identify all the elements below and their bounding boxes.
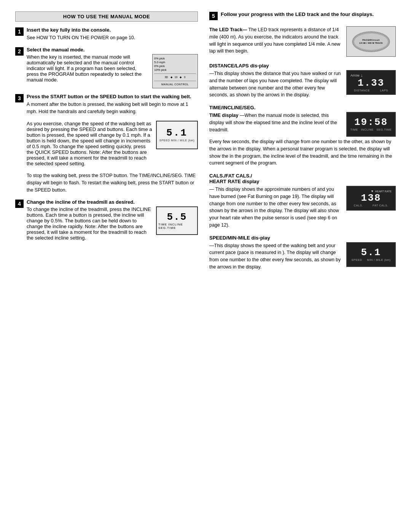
arrow-text: Arrow	[350, 73, 360, 77]
distance-labels: DISTANCE LAPS	[349, 89, 393, 92]
console-line-1: 0% pick	[154, 57, 196, 60]
step-3-body1: A moment after the button is pressed, th…	[27, 101, 198, 115]
step-1-content: Insert the key fully into the console. S…	[27, 27, 198, 42]
step-4-body: To change the incline of the treadmill, …	[27, 206, 152, 241]
seg-time-label: SEG.TIME	[376, 128, 392, 131]
led-track-inline: The LED Track— The LED track represents …	[209, 26, 396, 57]
time-labels: TIME INCLINE SEG.TIME	[349, 128, 393, 131]
incline-display-label: TIME INCLINE SEG.TIME	[158, 223, 196, 230]
distance-laps-display: Arrow ↓ 1.33 DISTANCE LAPS	[346, 70, 396, 95]
cals-labels: CALS. FAT CALS.	[349, 204, 393, 207]
speed-min-label-1: SPEED	[351, 258, 362, 262]
console-indicator-3: 10	[175, 76, 178, 79]
led-track-section: The LED Track— The LED track represents …	[209, 26, 396, 57]
step-1-title: Insert the key fully into the console.	[27, 27, 198, 33]
console-image: 0% pick 5.0 mph 0% pick 10% pick 3D ◆ 10…	[152, 54, 198, 88]
cals-text: — This display shows the approximate num…	[209, 186, 342, 229]
step-2-content: Select the manual mode. When the key is …	[27, 47, 198, 88]
step-4-number: 4	[15, 200, 24, 208]
section-header: HOW TO USE THE MANUAL MODE	[15, 11, 198, 22]
time-incline-inline: TIME display —When the manual mode is se…	[209, 112, 396, 137]
console-indicator-5: 0	[184, 76, 185, 79]
left-column: HOW TO USE THE MANUAL MODE 1 Insert the …	[15, 11, 198, 277]
step-2-body: When the key is inserted, the manual mod…	[27, 54, 148, 83]
step-5-title: Follow your progress with the LED track …	[221, 11, 374, 17]
console-indicator-2: ◆	[170, 76, 172, 79]
step-3-content: Press the START button or the SPEED butt…	[27, 94, 198, 194]
step-3: 3 Press the START button or the SPEED bu…	[15, 94, 198, 194]
step-5-header-row: 5 Follow your progress with the LED trac…	[209, 11, 396, 22]
distance-number: 1.33	[358, 78, 384, 88]
step-3-body2: As you exercise, change the speed of the…	[27, 121, 152, 166]
step-4-title: Change the incline of the treadmill as d…	[27, 199, 198, 205]
speed-display-number: 5.1	[166, 128, 188, 138]
time-label: TIME	[350, 128, 358, 131]
distance-laps-text: —This display shows the distance that yo…	[209, 70, 342, 99]
oval-line1: PACERCircuit	[362, 39, 380, 41]
distance-laps-inline: —This display shows the distance that yo…	[209, 70, 396, 99]
led-track-text: The LED Track— The LED track represents …	[209, 26, 342, 55]
speed-min-text: —This display shows the speed of the wal…	[209, 242, 342, 271]
console-line-2: 5.0 mph	[154, 61, 196, 64]
speed-min-labels: SPEED MIN / MILE (km)	[349, 258, 393, 262]
console-line-3: 0% pick	[154, 64, 196, 68]
time-incline-display: 19:58 TIME INCLINE SEG.TIME	[346, 112, 396, 137]
console-label: MANUAL CONTROL	[161, 83, 189, 86]
cals-label: CALS.	[354, 204, 363, 207]
console-line-4: 10% pick	[154, 68, 196, 72]
step-3-body3: To stop the walking belt, press the STOP…	[27, 172, 198, 193]
cals-number: 138	[361, 193, 381, 203]
led-track-oval: PACERCircuit 1/4 MI / 400 M TRACK	[352, 31, 390, 52]
step-3-title: Press the START button or the SPEED butt…	[27, 94, 198, 99]
incline-label: INCLINE	[361, 128, 373, 131]
heart-rate-title: HEART RATE display	[209, 179, 259, 184]
speed-min-title: SPEED/MIN-MILE dis-play	[209, 235, 396, 241]
distance-laps-title2: play	[259, 63, 269, 69]
right-column: 5 Follow your progress with the LED trac…	[209, 11, 396, 277]
speed-min-display: 5.1 SPEED MIN / MILE (km)	[346, 242, 396, 267]
speed-min-number: 5.1	[361, 248, 381, 257]
time-incline-extra: Every few seconds, the display will chan…	[209, 138, 396, 167]
distance-laps-title: DISTANCE/LAPS dis-play	[209, 63, 396, 69]
laps-label: LAPS	[380, 89, 388, 92]
speed-min-title-text: SPEED/MIN-MILE dis-	[209, 235, 260, 241]
speed-display-label: SPEED MIN / MILE (km)	[159, 139, 195, 142]
step-1-number: 1	[15, 27, 24, 36]
step-1-body: See HOW TO TURN ON THE POWER on page 10.	[27, 34, 198, 42]
time-incline-section: TIME/INCLINE/SEG. TIME display —When the…	[209, 105, 396, 167]
console-speed-lines: 0% pick 5.0 mph 0% pick 10% pick	[154, 57, 196, 72]
step-4-inline: To change the incline of the treadmill, …	[27, 206, 198, 241]
oval-line2: 1/4 MI / 400 M TRACK	[359, 42, 383, 44]
distance-laps-section: DISTANCE/LAPS dis-play —This display sho…	[209, 63, 396, 99]
fat-cals-label: FAT CALS.	[373, 204, 388, 207]
led-track-title: The LED Track—	[209, 27, 247, 32]
step-3-inline: As you exercise, change the speed of the…	[27, 121, 198, 166]
step-2-number: 2	[15, 47, 24, 56]
page: HOW TO USE THE MANUAL MODE 1 Insert the …	[15, 11, 396, 277]
cals-title-text: CALS./FAT CALS./	[209, 173, 252, 179]
cals-title: CALS./FAT CALS./ HEART RATE display	[209, 173, 396, 184]
distance-laps-title-text: DISTANCE/LAPS dis-	[209, 63, 259, 69]
time-incline-title: TIME/INCLINE/SEG.	[209, 105, 396, 110]
cals-display: ♥ HEART RATE 138 CALS. FAT CALS.	[346, 186, 396, 211]
step-3-number: 3	[15, 94, 24, 102]
step-2-inline: When the key is inserted, the manual mod…	[27, 54, 198, 88]
cals-section: CALS./FAT CALS./ HEART RATE display — Th…	[209, 173, 396, 229]
time-incline-text: TIME display —When the manual mode is se…	[209, 112, 342, 133]
speed-min-section: SPEED/MIN-MILE dis-play —This display sh…	[209, 235, 396, 271]
time-incline-title-text: TIME/INCLINE/SEG.	[209, 105, 255, 110]
step-4: 4 Change the incline of the treadmill as…	[15, 199, 198, 241]
speed-label-text: SPEED MIN / MILE (km)	[159, 139, 195, 142]
step-2: 2 Select the manual mode. When the key i…	[15, 47, 198, 88]
incline-display-number: 5.5	[167, 211, 187, 223]
incline-display-box: 5.5 TIME INCLINE SEG.TIME	[156, 206, 198, 235]
time-number: 19:58	[354, 117, 388, 127]
time-display-label: TIME display	[209, 113, 238, 118]
speed-min-inline: —This display shows the speed of the wal…	[209, 242, 396, 271]
distance-label: DISTANCE	[354, 89, 370, 92]
step-2-title: Select the manual mode.	[27, 47, 198, 53]
speed-display-box: 5.1 SPEED MIN / MILE (km)	[156, 121, 198, 149]
console-indicator-1: 3D	[165, 76, 168, 79]
step-4-content: Change the incline of the treadmill as d…	[27, 199, 198, 241]
step-1: 1 Insert the key fully into the console.…	[15, 27, 198, 42]
